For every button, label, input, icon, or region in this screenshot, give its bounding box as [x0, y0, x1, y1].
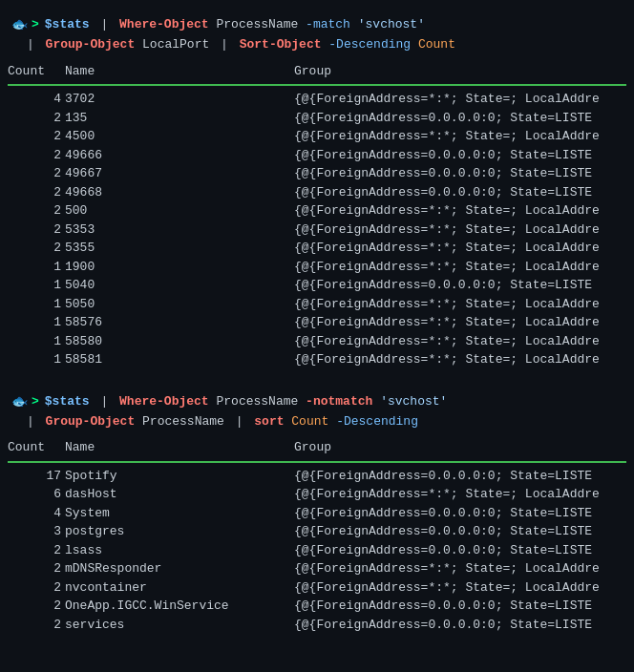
table-row: 17 Spotify {@{ForeignAddress=0.0.0.0:0; …: [8, 467, 626, 486]
section-divider: [0, 377, 634, 388]
table-row: 2 mDNSResponder {@{ForeignAddress=*:*; S…: [8, 559, 626, 578]
header-underline-1: [8, 84, 626, 86]
param-localport-1: LocalPort: [142, 37, 217, 52]
cell-group: {@{ForeignAddress=*:*; State=; LocalAddr…: [294, 559, 626, 578]
table-row: 1 58580 {@{ForeignAddress=*:*; State=; L…: [8, 332, 626, 351]
val-count-2: Count: [291, 414, 328, 429]
pipe-cont-2: |: [221, 37, 236, 52]
cell-count: 4: [8, 90, 65, 109]
table-row: 2 services {@{ForeignAddress=0.0.0.0:0; …: [8, 616, 626, 635]
table-header-1: Count Name Group: [8, 62, 626, 83]
cell-name: 500: [65, 201, 294, 220]
cell-group: {@{ForeignAddress=0.0.0.0:0; State=LISTE: [294, 541, 626, 560]
cell-count: 17: [8, 467, 65, 486]
table-row: 6 dasHost {@{ForeignAddress=*:*; State=;…: [8, 485, 626, 504]
cell-count: 2: [8, 164, 65, 183]
pipe-2: |: [100, 394, 116, 409]
cell-name: 58576: [65, 313, 294, 332]
cell-name: 49668: [65, 183, 294, 202]
table-row: 2 49668 {@{ForeignAddress=0.0.0.0:0; Sta…: [8, 183, 626, 202]
cell-group: {@{ForeignAddress=*:*; State=; LocalAddr…: [294, 127, 626, 146]
kw-sort-2: sort: [254, 414, 284, 429]
command-text-2: $stats | Where-Object ProcessName -notma…: [45, 392, 448, 411]
cell-count: 2: [8, 616, 65, 635]
cell-group: {@{ForeignAddress=0.0.0.0:0; State=LISTE: [294, 146, 626, 165]
table-row: 2 5353 {@{ForeignAddress=*:*; State=; Lo…: [8, 220, 626, 240]
cell-count: 4: [8, 504, 65, 523]
cell-name: 135: [65, 109, 294, 128]
cell-name: 58581: [65, 350, 294, 369]
table-row: 4 System {@{ForeignAddress=0.0.0.0:0; St…: [8, 504, 626, 523]
table-row: 2 5355 {@{ForeignAddress=*:*; State=; Lo…: [8, 239, 626, 258]
cell-count: 2: [8, 146, 65, 165]
table-row: 2 500 {@{ForeignAddress=*:*; State=; Loc…: [8, 201, 626, 220]
table-row: 2 4500 {@{ForeignAddress=*:*; State=; Lo…: [8, 127, 626, 146]
command-block-1: 🐟 > $stats | Where-Object ProcessName -m…: [0, 11, 634, 58]
cell-count: 2: [8, 559, 65, 578]
string-svchost-1: 'svchost': [358, 17, 425, 32]
flag-descending-2: -Descending: [336, 414, 418, 429]
cell-group: {@{ForeignAddress=*:*; State=; LocalAddr…: [294, 332, 626, 351]
table-row: 2 nvcontainer {@{ForeignAddress=*:*; Sta…: [8, 578, 626, 598]
flag-notmatch-2: -notmatch: [306, 394, 372, 409]
cell-count: 6: [8, 485, 65, 504]
table-row: 1 5050 {@{ForeignAddress=*:*; State=; Lo…: [8, 295, 626, 314]
table-row: 1 5040 {@{ForeignAddress=0.0.0.0:0; Stat…: [8, 276, 626, 295]
flag-descending-1: -Descending: [328, 37, 411, 52]
cell-count: 1: [8, 258, 65, 277]
table-section-1: Count Name Group 4 3702 {@{ForeignAddres…: [0, 58, 634, 377]
cell-name: services: [65, 616, 294, 635]
prompt-arrow-2: >: [32, 392, 39, 411]
cell-count: 1: [8, 332, 65, 351]
cell-count: 1: [8, 313, 65, 332]
underline-count-1: [8, 84, 65, 86]
cell-group: {@{ForeignAddress=*:*; State=; LocalAddr…: [294, 90, 626, 109]
cell-count: 3: [8, 522, 65, 541]
val-count-1: Count: [418, 37, 455, 52]
cell-count: 2: [8, 597, 65, 616]
table-row: 2 49667 {@{ForeignAddress=0.0.0.0:0; Sta…: [8, 164, 626, 183]
prompt-arrow-1: >: [32, 15, 39, 34]
cell-count: 2: [8, 183, 65, 202]
header-name-2: Name: [65, 438, 294, 457]
cell-group: {@{ForeignAddress=0.0.0.0:0; State=LISTE: [294, 109, 626, 128]
kw-groupobject-2: Group-Object: [46, 414, 136, 429]
header-underline-2: [8, 461, 626, 463]
cell-group: {@{ForeignAddress=*:*; State=; LocalAddr…: [294, 258, 626, 277]
table-section-2: Count Name Group 17 Spotify {@{ForeignAd…: [0, 434, 634, 641]
cell-count: 1: [8, 295, 65, 314]
cell-name: System: [65, 504, 294, 523]
pipe-1: |: [100, 17, 116, 32]
param-processname-1: ProcessName: [216, 17, 306, 32]
kw-groupobject-1: Group-Object: [46, 37, 136, 52]
prompt-icon-1: 🐟: [11, 15, 28, 35]
cell-group: {@{ForeignAddress=0.0.0.0:0; State=LISTE: [294, 522, 626, 541]
underline-name-2: [65, 461, 294, 463]
pipe-cont-4: |: [236, 414, 251, 429]
cell-name: 49666: [65, 146, 294, 165]
var-stats-2: $stats: [45, 394, 90, 409]
param-processname-3: ProcessName: [142, 414, 232, 429]
underline-name-1: [65, 84, 294, 86]
table-row: 1 58581 {@{ForeignAddress=*:*; State=; L…: [8, 350, 626, 369]
cell-group: {@{ForeignAddress=0.0.0.0:0; State=LISTE: [294, 504, 626, 523]
underline-group-1: [294, 84, 626, 86]
prompt-icon-2: 🐟: [11, 392, 28, 412]
prompt-line-1: 🐟 > $stats | Where-Object ProcessName -m…: [8, 15, 626, 35]
cell-name: 4500: [65, 127, 294, 146]
table-body-1: 4 3702 {@{ForeignAddress=*:*; State=; Lo…: [8, 90, 626, 369]
terminal: 🐟 > $stats | Where-Object ProcessName -m…: [0, 8, 634, 672]
cell-name: nvcontainer: [65, 578, 294, 598]
table-row: 2 135 {@{ForeignAddress=0.0.0.0:0; State…: [8, 109, 626, 128]
cell-group: {@{ForeignAddress=*:*; State=; LocalAddr…: [294, 578, 626, 598]
table-row: 2 lsass {@{ForeignAddress=0.0.0.0:0; Sta…: [8, 541, 626, 560]
cell-name: postgres: [65, 522, 294, 541]
cell-name: lsass: [65, 541, 294, 560]
cell-name: 5353: [65, 220, 294, 240]
cell-count: 2: [8, 578, 65, 598]
var-stats-1: $stats: [45, 17, 90, 32]
table-row: 1 58576 {@{ForeignAddress=*:*; State=; L…: [8, 313, 626, 332]
header-group-1: Group: [294, 62, 626, 81]
cell-name: 49667: [65, 164, 294, 183]
table-row: 2 49666 {@{ForeignAddress=0.0.0.0:0; Sta…: [8, 146, 626, 165]
